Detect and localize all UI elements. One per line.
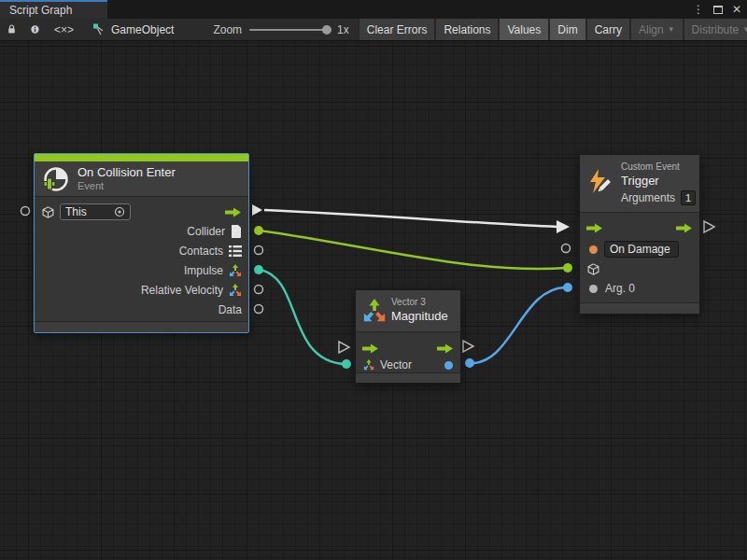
graph-toolbar: <×> GameObject Zoom 1x Clear Errors Rela… <box>0 19 747 41</box>
node-footer <box>356 372 460 383</box>
lock-button[interactable] <box>0 19 23 40</box>
object-picker-icon[interactable] <box>114 206 125 217</box>
gameobject-label: GameObject <box>111 23 174 36</box>
flow-arrowhead <box>557 220 570 233</box>
zoom-slider-handle[interactable] <box>322 25 331 35</box>
flow-arrow-icon <box>225 207 242 217</box>
vector3-icon <box>229 284 242 297</box>
value-connection-collider-to-target[interactable] <box>260 231 567 269</box>
port-vector-in[interactable] <box>342 359 351 369</box>
flow-arrow-icon <box>676 223 693 233</box>
node-footer <box>35 321 248 332</box>
arg0-row: Arg. 0 <box>580 279 699 298</box>
node-trigger-custom-event[interactable]: Custom Event Trigger Arguments 1 <box>579 154 700 315</box>
value-connection-magnitude-to-arg0[interactable] <box>471 287 566 363</box>
node-title: On Collision Enter <box>78 165 176 179</box>
code-icon: <×> <box>54 23 74 36</box>
clear-errors-button[interactable]: Clear Errors <box>359 19 436 40</box>
event-name-field[interactable]: On Damage <box>604 241 679 258</box>
port-flow-out-trigger[interactable] <box>704 221 714 232</box>
event-color-bar <box>35 154 248 161</box>
port-row-data: Data <box>35 301 248 319</box>
arg0-label: Arg. 0 <box>605 282 635 295</box>
arg-port-dot[interactable] <box>589 285 598 293</box>
port-label: Collider <box>187 225 225 238</box>
port-impulse-out[interactable] <box>254 265 263 274</box>
vector-input-label: Vector <box>380 358 412 371</box>
port-target-in[interactable] <box>563 263 572 273</box>
string-port-dot[interactable] <box>589 245 598 254</box>
port-this-input[interactable] <box>21 207 30 216</box>
flow-arrow-icon <box>586 223 603 233</box>
values-label: Values <box>507 23 541 36</box>
chevron-down-icon: ▼ <box>742 25 747 34</box>
gameobject-cube-icon <box>587 263 599 275</box>
flow-row <box>356 339 460 357</box>
align-label: Align <box>639 23 664 36</box>
tab-label: Script Graph <box>9 4 72 17</box>
zoom-label: Zoom <box>213 23 242 36</box>
node-kind: Custom Event <box>621 161 680 172</box>
node-header: On Collision Enter Event <box>35 161 248 197</box>
target-object-field[interactable]: This <box>60 203 131 220</box>
target-row <box>580 259 699 278</box>
node-vector3-magnitude[interactable]: Vector 3 Magnitude Vector <box>355 289 461 384</box>
port-flow-out-collision[interactable] <box>252 204 262 216</box>
vector3-icon <box>363 359 374 371</box>
event-name-row: On Damage <box>580 240 699 259</box>
custom-event-icon <box>587 168 613 194</box>
port-label: Contacts <box>179 245 223 258</box>
graph-canvas[interactable]: On Collision Enter Event This <box>0 41 747 560</box>
arguments-count-field[interactable]: 1 <box>681 190 696 205</box>
port-contacts-out[interactable] <box>255 246 263 255</box>
target-input-row: This <box>35 203 248 221</box>
port-row-relative-velocity: Relative Velocity <box>35 281 248 300</box>
align-button[interactable]: Align ▼ <box>630 19 684 40</box>
port-label: Impulse <box>184 264 223 277</box>
values-button[interactable]: Values <box>499 19 549 40</box>
menu-icon[interactable]: ⋮ <box>693 3 704 16</box>
flow-arrow-icon <box>362 343 379 354</box>
script-graph-window: Script Graph ⋮ ✕ <×> <box>0 0 747 560</box>
port-row-impulse: Impulse <box>35 261 248 280</box>
zoom-value: 1x <box>337 23 349 36</box>
carry-button[interactable]: Carry <box>586 19 630 40</box>
node-on-collision-enter[interactable]: On Collision Enter Event This <box>34 153 249 333</box>
dim-button[interactable]: Dim <box>549 19 585 40</box>
flow-row <box>580 218 699 237</box>
close-icon[interactable]: ✕ <box>732 3 741 16</box>
clear-errors-label: Clear Errors <box>367 23 428 36</box>
node-title: Trigger <box>621 174 659 188</box>
arguments-count-value: 1 <box>685 192 691 203</box>
port-relative-velocity-out[interactable] <box>255 286 263 294</box>
distribute-button[interactable]: Distribute ▼ <box>684 19 747 40</box>
node-kind: Vector 3 <box>391 297 426 307</box>
port-event-name-in[interactable] <box>562 245 571 253</box>
port-arg0-in[interactable] <box>563 283 572 292</box>
node-footer <box>580 302 699 314</box>
port-flow-out-magnitude[interactable] <box>463 341 473 352</box>
flow-connection-collision-to-trigger[interactable] <box>264 210 557 227</box>
tab-script-graph[interactable]: Script Graph <box>0 0 107 19</box>
info-button[interactable] <box>23 19 47 40</box>
code-preview-button[interactable]: <×> <box>47 19 81 40</box>
port-flow-in-magnitude[interactable] <box>339 342 349 353</box>
maximize-icon[interactable] <box>713 6 723 14</box>
collider-document-icon <box>231 225 242 238</box>
gameobject-button[interactable]: GameObject <box>81 19 181 40</box>
node-header: Custom Event Trigger Arguments 1 <box>580 155 699 213</box>
node-header: Vector 3 Magnitude <box>356 290 460 332</box>
zoom-slider[interactable] <box>249 29 330 31</box>
vector3-icon <box>229 264 242 277</box>
port-magnitude-out[interactable] <box>465 358 474 368</box>
port-row-collider: Collider <box>35 222 248 241</box>
relations-button[interactable]: Relations <box>435 19 499 40</box>
graph-pointer-icon <box>92 23 106 35</box>
port-collider-out[interactable] <box>254 226 263 235</box>
result-port-dot[interactable] <box>444 361 453 370</box>
gameobject-cube-icon <box>42 206 54 218</box>
port-data-out[interactable] <box>255 305 263 314</box>
port-row-contacts: Contacts <box>35 242 248 260</box>
value-connection-impulse-to-vector[interactable] <box>260 270 345 364</box>
port-label: Data <box>218 303 242 316</box>
